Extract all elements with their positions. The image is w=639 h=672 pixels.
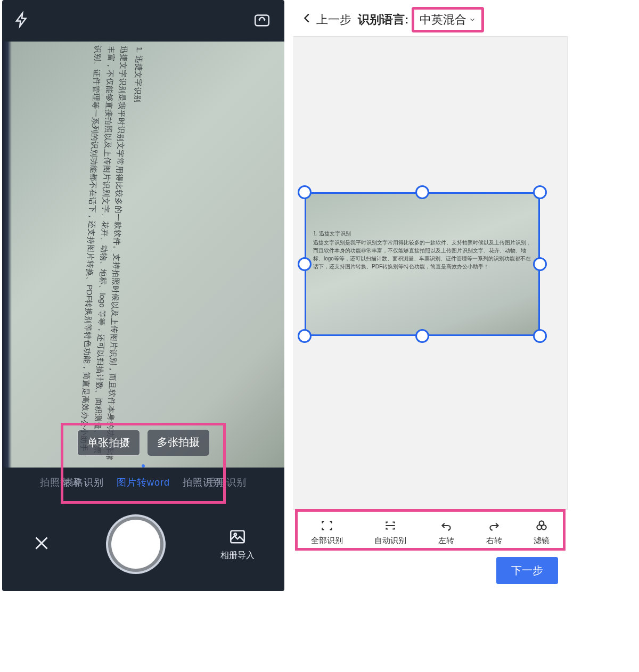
mode-indicator-dot [142, 464, 145, 468]
camera-topbar [2, 0, 284, 42]
mode-strip[interactable]: 拍照翻译 表格识别 图片转word 拍照识别 手写识别 [2, 469, 284, 492]
tool-rotate-left[interactable]: 左转 [438, 519, 454, 546]
crop-toolbar: 全部识别 自动识别 左转 右转 滤镜 [293, 513, 568, 551]
crop-handle-t[interactable] [415, 185, 429, 199]
crop-handle-bl[interactable] [298, 329, 312, 343]
back-icon[interactable] [298, 12, 316, 27]
mode-image-to-word[interactable]: 图片转word [117, 476, 170, 489]
flash-icon[interactable] [14, 11, 30, 31]
gallery-import-button[interactable]: 相册导入 [220, 528, 255, 561]
close-icon[interactable] [32, 534, 51, 555]
chevron-down-icon [469, 16, 476, 23]
shutter-button[interactable] [111, 520, 160, 569]
single-shot-button[interactable]: 单张拍摄 [77, 430, 140, 456]
crop-handle-tl[interactable] [298, 185, 312, 199]
crop-frame[interactable]: 1. 迅捷文字识别 迅捷文字识别是我平时识别文字常用得比较多的一款软件。支持拍照… [298, 186, 546, 342]
crop-bounds[interactable] [305, 192, 540, 336]
crop-handle-tr[interactable] [533, 185, 547, 199]
mode-handwriting-ocr[interactable]: 手写识别 [206, 476, 247, 489]
multi-shot-button[interactable]: 多张拍摄 [148, 430, 209, 456]
svg-rect-1 [231, 530, 244, 543]
mode-table-ocr[interactable]: 表格识别 [63, 476, 104, 489]
camera-screen: 1. 迅捷文字识别 迅捷文字识别是我平时识别文字常用得比较多的一款软件。支持拍照… [2, 0, 284, 591]
camera-viewfinder: 1. 迅捷文字识别 迅捷文字识别是我平时识别文字常用得比较多的一款软件。支持拍照… [2, 42, 284, 468]
shot-count-toggle: 单张拍摄 多张拍摄 [77, 430, 209, 456]
next-button[interactable]: 下一步 [496, 557, 558, 584]
tool-full-recognize[interactable]: 全部识别 [311, 519, 343, 546]
language-dropdown[interactable]: 中英混合 [412, 7, 484, 32]
crop-header: 上一步 识别语言: 中英混合 [293, 3, 568, 36]
tool-auto-recognize[interactable]: 自动识别 [374, 519, 406, 546]
switch-camera-icon[interactable] [251, 11, 273, 31]
back-label[interactable]: 上一步 [316, 12, 351, 28]
language-label: 识别语言: [358, 12, 408, 28]
captured-document-text: 1. 迅捷文字识别 迅捷文字识别是我平时识别文字常用得比较多的一款软件。支持拍照… [77, 45, 146, 462]
svg-point-4 [537, 525, 542, 530]
crop-stage: 1. 迅捷文字识别 迅捷文字识别是我平时识别文字常用得比较多的一款软件。支持拍照… [293, 36, 568, 510]
crop-handle-br[interactable] [533, 329, 547, 343]
svg-point-5 [542, 525, 546, 530]
crop-handle-r[interactable] [533, 257, 547, 271]
crop-screen: 上一步 识别语言: 中英混合 1. 迅捷文字识别 迅捷文字识别是我平时识别文字常… [293, 3, 568, 590]
svg-point-2 [234, 533, 236, 535]
crop-handle-b[interactable] [415, 329, 429, 343]
tool-filter[interactable]: 滤镜 [534, 519, 550, 546]
tool-rotate-right[interactable]: 右转 [486, 519, 502, 546]
camera-controls: 相册导入 [2, 497, 284, 591]
crop-handle-l[interactable] [298, 257, 312, 271]
